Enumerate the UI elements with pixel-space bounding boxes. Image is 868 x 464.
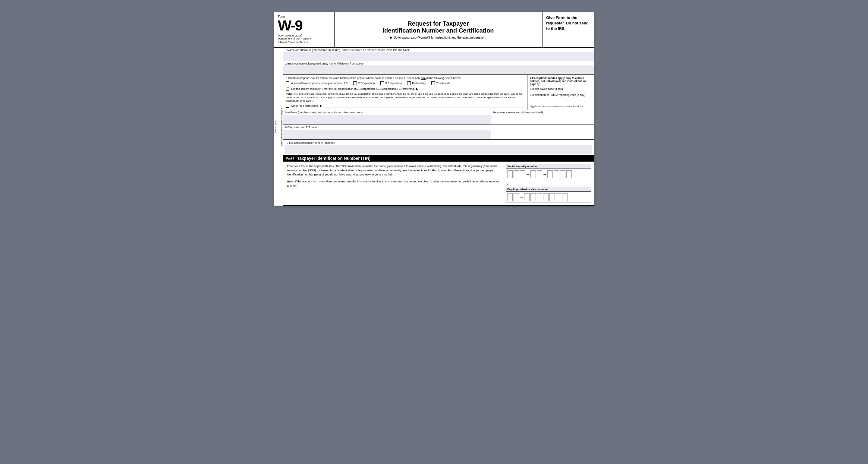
form-title2: Identification Number and Certification [341,27,536,34]
part1-content: Enter your TIN in the appropriate box. T… [283,162,594,206]
line5-input[interactable] [283,115,491,125]
header-right: Give Form to the requester. Do not send … [542,12,594,47]
form-fields: 1 Name (as shown on your income tax retu… [283,48,594,206]
header-center: Request for Taxpayer Identification Numb… [335,12,542,47]
part1-badge: Part I [286,156,294,160]
ein-d6[interactable] [543,193,549,201]
ssn-d1[interactable] [507,171,513,178]
cb-other-box[interactable] [286,104,289,107]
header-left: Form W-9 (Rev. October 2018) Department … [274,12,335,47]
cb-partnership-box[interactable] [407,82,411,85]
ein-seg1 [507,193,519,201]
ssn-dash2: – [544,172,546,177]
field-row-2: 2 Business name/disregarded entity name,… [283,61,594,75]
account-row-7: 7 List account number(s) here (optional) [283,140,594,155]
line6-input[interactable] [283,130,491,139]
w9-form: Form W-9 (Rev. October 2018) Department … [274,12,594,206]
form-header: Form W-9 (Rev. October 2018) Department … [274,12,594,48]
other-row: Other (see instructions) ▶ [286,104,525,108]
form-rev: (Rev. October 2018) [278,34,330,37]
fatca-note: (Applies to accounts maintained outside … [530,105,591,107]
requester-label: Requester's name and address (optional) [491,110,594,115]
line1-input[interactable] [283,52,594,61]
cb-llc-box[interactable] [286,87,289,91]
cb-s-corp-box[interactable] [380,82,384,85]
exempt-payee-input[interactable] [564,87,591,91]
ssn-d6[interactable] [547,171,553,178]
cb-partnership: Partnership [407,82,426,85]
ein-d1[interactable] [507,193,513,201]
llc-note: Note: Note: Check the appropriate box in… [286,92,525,102]
ein-dash1: – [520,194,523,200]
ein-seg2 [524,193,567,201]
ein-inputs: – [506,192,591,203]
ssn-dash1: – [527,172,529,177]
ssn-seg3 [547,171,572,178]
line6-label: 6 City, state, and ZIP code [283,125,491,130]
address-right-5: Requester's name and address (optional) [491,110,594,125]
line2-label: 2 Business name/disregarded entity name,… [283,61,594,65]
cb-trust-box[interactable] [431,82,435,85]
ssn-seg2 [530,171,542,178]
ssn-d4[interactable] [530,171,536,178]
or-text: or [506,182,591,186]
form-title1: Request for Taxpayer [341,20,536,27]
ein-d3[interactable] [524,193,530,201]
form-goto: ▶ Go to www.irs.gov/FormW9 for instructi… [341,36,536,39]
exempt-payee-field: Exempt payee code (if any) [530,87,591,91]
form-number: W-9 [278,19,330,33]
requester-input[interactable] [491,115,594,125]
part1-note: Note: If the account is in more than one… [287,179,499,188]
requester-area-continued [491,125,594,139]
line2-input[interactable] [283,65,594,74]
line7-label: 7 List account number(s) here (optional) [285,141,592,145]
ssn-d3[interactable] [520,171,525,178]
sidebar-text: Print or type. See Specific Instructions… [274,107,283,146]
ssn-d7[interactable] [554,171,559,178]
llc-row: Limited liability company. Enter the tax… [286,87,525,91]
cb-s-corp: S Corporation [380,82,402,85]
ein-d2[interactable] [514,193,519,201]
ssn-d9[interactable] [566,171,572,178]
address-left-5: 5 Address (number, street, and apt. or s… [283,110,491,125]
line5-label: 5 Address (number, street, and apt. or s… [283,110,491,115]
ein-box: Employer identification number – [506,187,591,203]
part1-left: Enter your TIN in the appropriate box. T… [283,162,503,205]
cb-c-corp: C Corporation [353,82,375,85]
form-dept: Department of the Treasury Internal Reve… [278,37,330,44]
exemptions-title: 4 Exemptions (codes apply only to certai… [530,76,591,86]
city-right [491,125,594,139]
part1-title: Taxpayer Identification Number (TIN) [297,156,371,161]
ein-d5[interactable] [537,193,542,201]
cb-individual-box[interactable] [286,82,289,85]
checkboxes-row: Individual/sole proprietor or single-mem… [286,82,525,85]
ssn-inputs: – – [506,169,591,180]
ein-d4[interactable] [530,193,536,201]
exemptions-panel: 4 Exemptions (codes apply only to certai… [527,75,594,110]
ein-d9[interactable] [562,193,567,201]
ssn-seg1 [507,171,525,178]
fatca-input[interactable] [530,99,591,103]
part1-right: Social security number – [503,162,594,205]
ssn-label: Social security number [506,164,591,169]
ssn-d5[interactable] [537,171,542,178]
fatca-field: Exemption from FATCA reporting code (if … [530,93,591,96]
field-row-1: 1 Name (as shown on your income tax retu… [283,48,594,61]
address-row-5: 5 Address (number, street, and apt. or s… [283,110,594,125]
row3-container: 3 Check appropriate box for federal tax … [283,75,594,110]
ein-d7[interactable] [550,193,555,201]
ein-d8[interactable] [556,193,561,201]
cb-c-corp-box[interactable] [353,82,357,85]
ssn-box: Social security number – [506,164,591,180]
form-sidebar: Print or type. See Specific Instructions… [274,48,283,206]
cb-individual: Individual/sole proprietor or single-mem… [286,82,348,85]
ein-label: Employer identification number [506,187,591,192]
part1-header: Part I Taxpayer Identification Number (T… [283,155,594,162]
ssn-d8[interactable] [560,171,565,178]
line7-input[interactable] [285,145,592,154]
other-input[interactable] [324,104,525,108]
form-body: Print or type. See Specific Instructions… [274,48,594,206]
ssn-d2[interactable] [514,171,519,178]
llc-classification-input[interactable] [420,87,450,91]
city-left: 6 City, state, and ZIP code [283,125,491,139]
